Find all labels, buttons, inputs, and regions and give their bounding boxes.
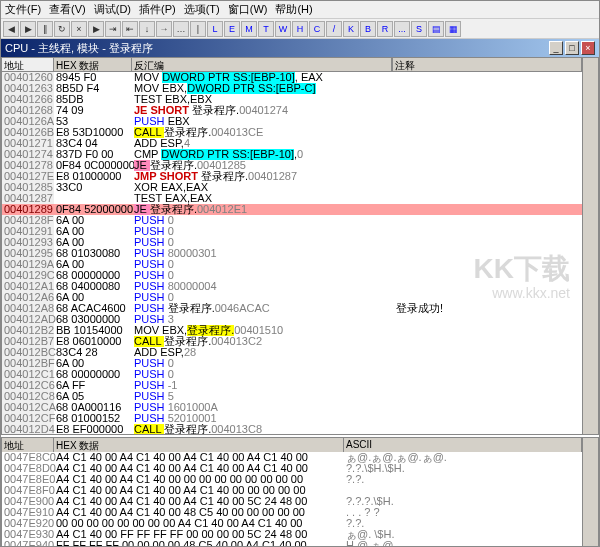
disasm-row[interactable]: 004012BC83C4 28ADD ESP,28 [2, 347, 582, 358]
dump-rows[interactable]: 0047E8C0A4 C1 40 00 A4 C1 40 00 A4 C1 40… [2, 452, 582, 547]
column-header-address[interactable]: 地址 [2, 58, 54, 72]
toolbar-button[interactable]: T [258, 21, 274, 37]
toolbar-button[interactable]: L [207, 21, 223, 37]
disasm-row[interactable]: 004012916A 00PUSH 0 [2, 226, 582, 237]
dump-row[interactable]: 0047E940FF FF FF FF 00 00 00 00 48 C5 40… [2, 540, 582, 547]
maximize-button[interactable]: □ [565, 41, 579, 55]
dump-scrollbar[interactable] [582, 438, 598, 547]
menu-item[interactable]: 帮助(H) [275, 2, 312, 17]
menu-item[interactable]: 窗口(W) [228, 2, 268, 17]
toolbar-button[interactable]: B [360, 21, 376, 37]
dump-header-address[interactable]: 地址 [2, 438, 54, 452]
disasm-row[interactable]: 0040128533C0XOR EAX,EAX [2, 182, 582, 193]
toolbar-button[interactable]: E [224, 21, 240, 37]
toolbar-button[interactable]: ‖ [37, 21, 53, 37]
toolbar-button[interactable]: ↓ [139, 21, 155, 37]
toolbar-button[interactable]: ↻ [54, 21, 70, 37]
toolbar-button[interactable]: W [275, 21, 291, 37]
disasm-row[interactable]: 0040127EE8 01000000JMP SHORT 登录程序.004012… [2, 171, 582, 182]
toolbar: ◀▶‖↻×▶⇥⇤↓→…|LEMTWHC/KBR...S▤▦ [1, 19, 599, 39]
column-header-disasm[interactable]: 反汇编 [132, 58, 392, 72]
toolbar-button[interactable]: … [173, 21, 189, 37]
toolbar-button[interactable]: M [241, 21, 257, 37]
disassembly-rows[interactable]: 004012608945 F0MOV DWORD PTR SS:[EBP-10]… [2, 72, 582, 434]
memory-dump-pane[interactable]: 地址 HEX 数据 ASCII 0047E8C0A4 C1 40 00 A4 C… [1, 437, 599, 547]
dump-header-ascii[interactable]: ASCII [344, 438, 582, 452]
window-title-bar: CPU - 主线程, 模块 - 登录程序 _ □ × [1, 39, 599, 57]
toolbar-button[interactable]: ⇥ [105, 21, 121, 37]
disasm-row[interactable]: 0040126685DBTEST EBX,EBX [2, 94, 582, 105]
toolbar-button[interactable]: K [343, 21, 359, 37]
vertical-scrollbar[interactable] [582, 58, 598, 434]
menu-item[interactable]: 选项(T) [184, 2, 220, 17]
toolbar-button[interactable]: C [309, 21, 325, 37]
disasm-row[interactable]: 004012638B5D F4MOV EBX,DWORD PTR SS:[EBP… [2, 83, 582, 94]
menu-item[interactable]: 调试(D) [94, 2, 131, 17]
disasm-row[interactable]: 004012C168 00000000PUSH 0 [2, 369, 582, 380]
toolbar-button[interactable]: R [377, 21, 393, 37]
minimize-button[interactable]: _ [549, 41, 563, 55]
toolbar-button[interactable]: S [411, 21, 427, 37]
toolbar-button[interactable]: ▶ [88, 21, 104, 37]
column-header-comment[interactable]: 注释 [392, 58, 582, 72]
toolbar-button[interactable]: ▦ [445, 21, 461, 37]
toolbar-button[interactable]: ... [394, 21, 410, 37]
toolbar-button[interactable]: ◀ [3, 21, 19, 37]
dump-header-hex[interactable]: HEX 数据 [54, 438, 344, 452]
menu-item[interactable]: 文件(F) [5, 2, 41, 17]
menu-item[interactable]: 查看(V) [49, 2, 86, 17]
disasm-row[interactable]: 0040126874 09JE SHORT 登录程序.00401274 [2, 105, 582, 116]
toolbar-button[interactable]: × [71, 21, 87, 37]
column-header-hex[interactable]: HEX 数据 [54, 58, 132, 72]
window-title: CPU - 主线程, 模块 - 登录程序 [5, 41, 153, 56]
close-button[interactable]: × [581, 41, 595, 55]
menu-item[interactable]: 插件(P) [139, 2, 176, 17]
toolbar-button[interactable]: H [292, 21, 308, 37]
toolbar-button[interactable]: ⇤ [122, 21, 138, 37]
disasm-row[interactable]: 004012A168 04000080PUSH 80000004 [2, 281, 582, 292]
toolbar-button[interactable]: ▶ [20, 21, 36, 37]
menu-bar: 文件(F)查看(V)调试(D)插件(P)选项(T)窗口(W)帮助(H) [1, 1, 599, 19]
toolbar-button[interactable]: / [326, 21, 342, 37]
disasm-row[interactable]: 004012C66A FFPUSH -1 [2, 380, 582, 391]
disasm-row[interactable]: 0040128F6A 00PUSH 0 [2, 215, 582, 226]
toolbar-button[interactable]: | [190, 21, 206, 37]
disasm-row[interactable]: 004012890F84 52000000JE 登录程序.004012E1 [2, 204, 582, 215]
toolbar-button[interactable]: ▤ [428, 21, 444, 37]
disasm-row[interactable]: 0040129568 01030080PUSH 80000301 [2, 248, 582, 259]
cpu-disassembly-pane[interactable]: 地址 HEX 数据 反汇编 注释 004012608945 F0MOV DWOR… [1, 57, 599, 435]
toolbar-button[interactable]: → [156, 21, 172, 37]
disasm-row[interactable]: 004012D4E8 EF000000CALL 登录程序.004013C8 [2, 424, 582, 434]
